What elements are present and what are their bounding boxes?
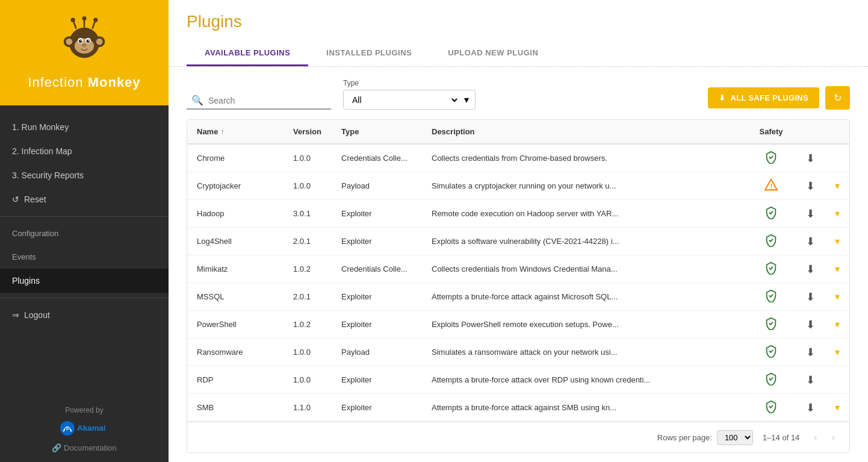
cell-name: MSSQL xyxy=(187,283,284,311)
download-plugin-button[interactable]: ⬇ xyxy=(806,319,815,331)
cell-expand[interactable]: ▾ xyxy=(825,200,849,228)
sidebar-item-plugins[interactable]: Plugins xyxy=(0,269,169,293)
cell-expand[interactable]: ▾ xyxy=(825,394,849,422)
cell-download[interactable]: ⬇ xyxy=(795,394,825,422)
col-header-name[interactable]: Name ↑ xyxy=(187,120,284,144)
cell-version: 2.0.1 xyxy=(284,283,332,311)
cell-version: 1.0.0 xyxy=(284,144,332,172)
download-plugin-button[interactable]: ⬇ xyxy=(806,263,815,275)
download-plugin-button[interactable]: ⬇ xyxy=(806,402,815,414)
cell-name: RDP xyxy=(187,366,284,394)
tab-upload-plugin[interactable]: UPLOAD NEW PLUGIN xyxy=(430,41,556,66)
cell-expand[interactable]: ▾ xyxy=(825,255,849,283)
tabs-container: AVAILABLE PLUGINS INSTALLED PLUGINS UPLO… xyxy=(187,41,850,66)
expand-row-button[interactable]: ▾ xyxy=(835,347,840,357)
search-input[interactable] xyxy=(208,96,323,105)
cell-download[interactable]: ⬇ xyxy=(795,339,825,366)
expand-row-button[interactable]: ▾ xyxy=(835,208,840,219)
cell-download[interactable]: ⬇ xyxy=(795,283,825,311)
cell-expand[interactable]: ▾ xyxy=(825,339,849,366)
expand-row-button[interactable]: ▾ xyxy=(835,264,840,274)
table-row: Hadoop 3.0.1 Exploiter Remote code execu… xyxy=(187,200,849,228)
sidebar-item-reset[interactable]: ↺ Reset xyxy=(0,187,169,211)
col-header-type[interactable]: Type xyxy=(332,120,422,144)
cell-expand[interactable]: ▾ xyxy=(825,228,849,255)
cell-safety xyxy=(747,228,795,255)
type-select-wrap[interactable]: All Credentials Collector Exploiter Payl… xyxy=(343,90,476,110)
table-row: RDP 1.0.0 Exploiter Attempts a brute-for… xyxy=(187,366,849,394)
download-plugin-button[interactable]: ⬇ xyxy=(806,291,815,303)
download-plugin-button[interactable]: ⬇ xyxy=(806,152,815,164)
sidebar-item-infection-map[interactable]: 2. Infection Map xyxy=(0,139,169,163)
cell-version: 3.0.1 xyxy=(284,200,332,228)
cell-description: Exploits a software vulnerability (CVE-2… xyxy=(422,228,747,255)
svg-text:Akamai: Akamai xyxy=(77,423,105,432)
download-plugin-button[interactable]: ⬇ xyxy=(806,236,815,248)
cell-description: Collects credentials from Windows Creden… xyxy=(422,255,747,283)
prev-page-button[interactable]: ‹ xyxy=(809,429,822,445)
table-row: PowerShell 1.0.2 Exploiter Exploits Powe… xyxy=(187,311,849,339)
download-plugin-button[interactable]: ⬇ xyxy=(806,208,815,220)
table-row: SMB 1.1.0 Exploiter Attempts a brute-for… xyxy=(187,394,849,422)
table-row: Cryptojacker 1.0.0 Payload Simulates a c… xyxy=(187,172,849,200)
sidebar-item-logout[interactable]: ⇒ Logout xyxy=(0,303,169,327)
cell-download[interactable]: ⬇ xyxy=(795,255,825,283)
search-box[interactable]: 🔍 xyxy=(187,92,331,110)
svg-point-5 xyxy=(87,39,90,42)
cell-download[interactable]: ⬇ xyxy=(795,172,825,200)
refresh-button[interactable]: ↻ xyxy=(825,86,850,110)
col-header-description[interactable]: Description xyxy=(422,120,747,144)
expand-row-button[interactable]: ▾ xyxy=(835,236,840,246)
page-title: Plugins xyxy=(187,12,850,31)
cell-expand[interactable] xyxy=(825,366,849,394)
cell-safety: ! xyxy=(747,172,795,200)
cell-description: Simulates a cryptojacker running on your… xyxy=(422,172,747,200)
sidebar-item-events[interactable]: Events xyxy=(0,245,169,269)
all-safe-plugins-button[interactable]: ⬇ ALL SAFE PLUGINS xyxy=(708,87,819,108)
col-header-version[interactable]: Version xyxy=(284,120,332,144)
tab-available-plugins[interactable]: AVAILABLE PLUGINS xyxy=(187,41,308,66)
cell-safety xyxy=(747,394,795,422)
type-select[interactable]: All Credentials Collector Exploiter Payl… xyxy=(350,95,459,105)
akamai-logo: Akamai xyxy=(12,419,157,437)
cell-description: Simulates a ransomware attack on your ne… xyxy=(422,339,747,366)
cell-version: 1.0.0 xyxy=(284,339,332,366)
safety-safe-icon xyxy=(764,234,778,247)
page-header: Plugins AVAILABLE PLUGINS INSTALLED PLUG… xyxy=(169,0,868,67)
cell-expand[interactable]: ▾ xyxy=(825,283,849,311)
table-row: Ransomware 1.0.0 Payload Simulates a ran… xyxy=(187,339,849,366)
expand-row-button[interactable]: ▾ xyxy=(835,402,840,413)
expand-row-button[interactable]: ▾ xyxy=(835,181,840,191)
cell-version: 1.0.2 xyxy=(284,255,332,283)
svg-line-19 xyxy=(93,21,96,29)
expand-row-button[interactable]: ▾ xyxy=(835,292,840,302)
svg-point-4 xyxy=(79,39,82,42)
cell-download[interactable]: ⬇ xyxy=(795,366,825,394)
cell-version: 1.1.0 xyxy=(284,394,332,422)
sidebar-item-security-reports[interactable]: 3. Security Reports xyxy=(0,163,169,187)
documentation-link[interactable]: 🔗 Documentation xyxy=(12,443,157,452)
rows-per-page-select[interactable]: 10 25 50 100 xyxy=(717,430,753,445)
svg-point-16 xyxy=(71,17,75,22)
cell-expand[interactable]: ▾ xyxy=(825,311,849,339)
expand-row-button[interactable]: ▾ xyxy=(835,319,840,329)
cell-expand[interactable] xyxy=(825,144,849,172)
cell-type: Exploiter xyxy=(332,228,422,255)
download-plugin-button[interactable]: ⬇ xyxy=(806,180,815,192)
download-plugin-button[interactable]: ⬇ xyxy=(806,374,815,386)
sidebar-item-configuration[interactable]: Configuration xyxy=(0,222,169,245)
cell-download[interactable]: ⬇ xyxy=(795,311,825,339)
cell-name: Ransomware xyxy=(187,339,284,366)
cell-download[interactable]: ⬇ xyxy=(795,144,825,172)
cell-download[interactable]: ⬇ xyxy=(795,228,825,255)
tab-installed-plugins[interactable]: INSTALLED PLUGINS xyxy=(308,41,430,66)
cell-version: 1.0.0 xyxy=(284,366,332,394)
sidebar-item-run-monkey[interactable]: 1. Run Monkey xyxy=(0,115,169,139)
cell-type: Exploiter xyxy=(332,200,422,228)
cell-expand[interactable]: ▾ xyxy=(825,172,849,200)
main-content: Plugins AVAILABLE PLUGINS INSTALLED PLUG… xyxy=(169,0,868,462)
download-plugin-button[interactable]: ⬇ xyxy=(806,346,815,358)
cell-download[interactable]: ⬇ xyxy=(795,200,825,228)
next-page-button[interactable]: › xyxy=(827,429,840,445)
cell-version: 1.0.0 xyxy=(284,172,332,200)
